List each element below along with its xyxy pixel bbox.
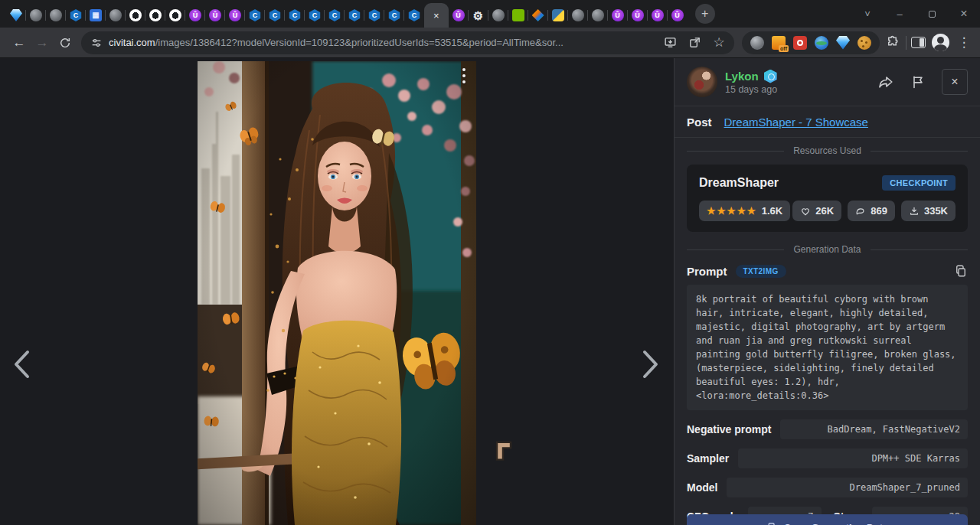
civitai-favicon-icon: C <box>289 9 301 21</box>
window-minimize-button[interactable]: – <box>884 0 916 28</box>
tab-python[interactable] <box>548 3 568 28</box>
model-value[interactable]: DreamShaper_7_pruned <box>727 478 968 497</box>
user-avatar[interactable] <box>687 67 717 97</box>
url-text[interactable]: civitai.com/images/1386412?modelVersionI… <box>109 37 655 48</box>
tab-civitai[interactable]: C <box>245 3 265 28</box>
extension-red-o-icon[interactable] <box>793 36 807 50</box>
civitai-favicon-icon: C <box>309 9 321 21</box>
negative-prompt-value[interactable]: BadDream, FastNegativeV2 <box>780 419 968 439</box>
tab-nvidia[interactable] <box>508 3 528 28</box>
tab-globe[interactable] <box>106 3 126 28</box>
tab-github[interactable] <box>145 3 165 28</box>
tab-uploader[interactable]: Û <box>225 3 245 28</box>
tab-globe[interactable] <box>26 3 46 28</box>
post-timestamp: 15 days ago <box>725 84 777 95</box>
likes-pill[interactable]: 26K <box>792 201 841 221</box>
close-panel-button[interactable]: × <box>942 69 968 95</box>
forward-button[interactable]: → <box>31 31 54 54</box>
next-image-button[interactable] <box>634 344 668 384</box>
verified-badge-icon <box>764 70 777 83</box>
tab-civitai[interactable]: C <box>384 3 404 28</box>
extensions-puzzle-icon[interactable] <box>883 34 901 52</box>
tab-civitai[interactable]: C <box>364 3 384 28</box>
url-host: civitai.com <box>109 37 155 48</box>
tab-colab[interactable] <box>528 3 548 28</box>
active-tab[interactable]: × <box>424 3 449 28</box>
image-options-menu-icon[interactable] <box>462 68 466 83</box>
resource-name[interactable]: DreamShaper <box>699 176 779 190</box>
artwork-illustration <box>198 61 476 525</box>
comments-pill[interactable]: 869 <box>848 201 895 221</box>
rating-pill[interactable]: ★★★★★ 1.6K <box>699 201 790 221</box>
tab-civitai[interactable]: C <box>265 3 285 28</box>
tab-civitai[interactable]: C <box>66 3 86 28</box>
tab-apps[interactable]: ▦ <box>86 3 106 28</box>
uploader-favicon-icon: Û <box>671 9 684 21</box>
tab-civitai[interactable]: C <box>325 3 345 28</box>
tab-github[interactable] <box>165 3 185 28</box>
tab-settings[interactable]: ⚙ <box>469 3 488 28</box>
tab-github[interactable] <box>126 3 145 28</box>
copy-prompt-button[interactable] <box>954 264 968 278</box>
sampler-value[interactable]: DPM++ SDE Karras <box>738 448 968 468</box>
previous-image-button[interactable] <box>5 344 38 384</box>
profile-avatar-button[interactable] <box>932 34 949 51</box>
tab-uploader[interactable]: Û <box>648 3 668 28</box>
image-detail-panel: Lykon 15 days ago × Post DreamShaper - 7… <box>674 58 980 525</box>
downloads-pill[interactable]: 335K <box>901 201 956 221</box>
side-panel-toggle-icon[interactable] <box>911 37 926 48</box>
extension-planet-icon[interactable] <box>815 36 828 50</box>
window-restore-button[interactable] <box>916 0 948 28</box>
tab-civitai[interactable]: C <box>285 3 305 28</box>
window-close-button[interactable]: × <box>948 0 980 28</box>
tab-uploader[interactable]: Û <box>668 3 688 28</box>
tabs: C▦ÛÛÛCCCCCCCCC×Û⚙ÛÛÛÛ <box>6 3 688 28</box>
copy-generation-data-label: Copy Generation Data <box>784 522 889 525</box>
tab-close-icon[interactable]: × <box>433 11 439 21</box>
extension-cookie-icon[interactable] <box>858 36 871 50</box>
install-app-icon[interactable] <box>661 34 679 52</box>
report-flag-button[interactable] <box>910 73 926 90</box>
resource-card[interactable]: DreamShaper CHECKPOINT ★★★★★ 1.6K 26K <box>687 165 968 232</box>
prompt-text[interactable]: 8k portrait of beautiful cyborg with bro… <box>687 285 968 410</box>
tab-globe[interactable] <box>568 3 588 28</box>
window-menu-chevron-icon[interactable]: ˅ <box>851 0 884 28</box>
tab-civitai[interactable]: C <box>404 3 424 28</box>
reload-button[interactable] <box>54 31 77 54</box>
browser-menu-icon[interactable]: ⋮ <box>956 34 972 51</box>
post-label: Post <box>687 116 712 129</box>
tab-uploader[interactable]: Û <box>449 3 469 28</box>
civitai-favicon-icon: C <box>408 9 420 21</box>
bookmark-star-icon[interactable]: ☆ <box>710 34 728 52</box>
extension-blocker-off-icon[interactable] <box>772 36 786 50</box>
share-button[interactable] <box>877 73 894 90</box>
tab-civitai[interactable]: C <box>305 3 325 28</box>
artwork-image[interactable] <box>198 61 476 525</box>
extension-gem-icon[interactable] <box>836 36 850 50</box>
tab-uploader[interactable]: Û <box>185 3 205 28</box>
post-link[interactable]: DreamShaper - 7 Showcase <box>724 116 868 129</box>
github-favicon-icon <box>129 9 142 21</box>
reload-icon <box>59 37 71 49</box>
username-link[interactable]: Lykon <box>725 70 777 83</box>
back-button[interactable]: ← <box>8 31 31 54</box>
address-bar[interactable]: civitai.com/images/1386412?modelVersionI… <box>81 31 734 54</box>
model-row: Model DreamShaper_7_pruned <box>687 478 968 497</box>
tab-globe[interactable] <box>488 3 508 28</box>
settings-favicon-icon: ⚙ <box>472 9 485 21</box>
tab-uploader[interactable]: Û <box>205 3 225 28</box>
browser-tab-strip: C▦ÛÛÛCCCCCCCCC×Û⚙ÛÛÛÛ + ˅ – × <box>0 0 980 28</box>
tab-civitai[interactable]: C <box>345 3 364 28</box>
site-info-icon[interactable] <box>90 37 103 49</box>
apps-favicon-icon: ▦ <box>90 9 102 21</box>
tab-globe[interactable] <box>588 3 608 28</box>
tab-gem[interactable] <box>6 3 26 28</box>
copy-generation-data-button[interactable]: Copy Generation Data <box>687 514 968 525</box>
github-favicon-icon <box>169 9 181 21</box>
new-tab-button[interactable]: + <box>695 4 715 24</box>
extension-globe-icon[interactable] <box>750 36 764 50</box>
tab-uploader[interactable]: Û <box>628 3 648 28</box>
tab-globe[interactable] <box>46 3 66 28</box>
tab-uploader[interactable]: Û <box>608 3 628 28</box>
share-page-icon[interactable] <box>685 34 704 52</box>
